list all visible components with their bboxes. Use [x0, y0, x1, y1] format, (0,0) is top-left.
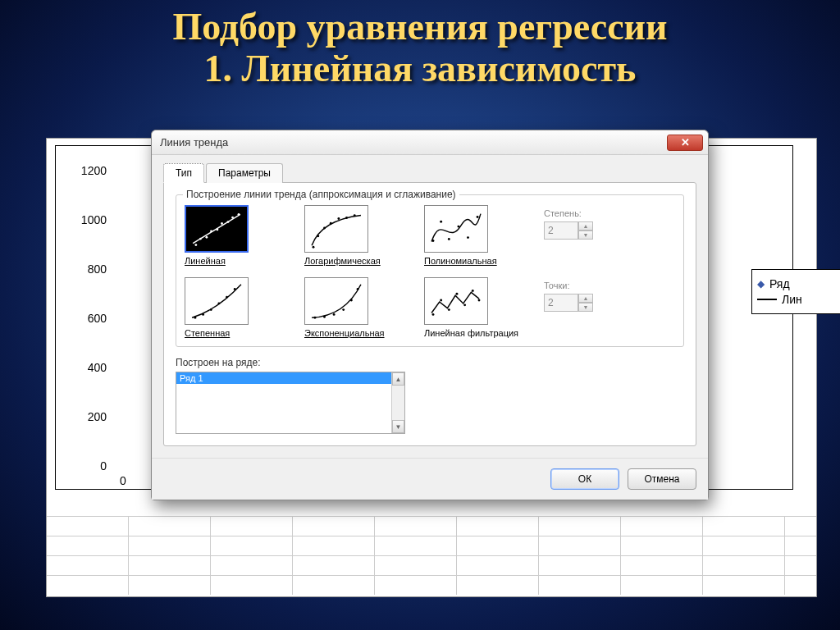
svg-point-3 [199, 238, 202, 240]
y-tick: 800 [88, 262, 107, 276]
points-spinbox[interactable]: ▲ ▼ [544, 294, 596, 312]
svg-point-6 [217, 229, 219, 231]
degree-param: Степень: ▲ ▼ [544, 205, 675, 240]
tab-panel-type: Построение линии тренда (аппроксимация и… [163, 182, 696, 446]
scroll-down-icon[interactable]: ▼ [392, 420, 404, 433]
svg-point-21 [457, 226, 459, 228]
trendline-dialog: Линия тренда ✕ Тип Параметры Построение … [151, 130, 709, 500]
spin-up-icon[interactable]: ▲ [578, 294, 593, 303]
svg-point-41 [472, 290, 474, 292]
svg-point-35 [357, 288, 359, 290]
svg-point-18 [432, 240, 435, 242]
degree-label: Степень: [544, 208, 675, 218]
svg-point-39 [456, 293, 459, 295]
tab-type[interactable]: Тип [163, 163, 204, 183]
legend-trend-label: Лин [782, 293, 802, 306]
points-input[interactable] [544, 294, 578, 312]
exp-trend-icon[interactable] [304, 277, 368, 325]
trend-option-linear[interactable]: Линейная [185, 205, 281, 266]
scroll-up-icon[interactable]: ▲ [392, 372, 404, 386]
trend-option-poly[interactable]: Полиномиальная [424, 205, 521, 266]
spin-down-icon[interactable]: ▼ [578, 303, 593, 312]
legend-trend-item: Лин [757, 293, 836, 306]
slide-title: Подбор уравнения регрессии 1. Линейная з… [0, 0, 840, 89]
svg-point-33 [342, 308, 345, 311]
svg-point-31 [323, 316, 326, 318]
svg-point-34 [350, 299, 353, 302]
chart-legend: ◆ Ряд Лин [751, 269, 840, 314]
svg-point-16 [345, 217, 348, 219]
diamond-icon: ◆ [757, 278, 765, 290]
dialog-button-bar: ОК Отмена [152, 458, 708, 500]
close-button[interactable]: ✕ [667, 135, 703, 151]
spin-down-icon[interactable]: ▼ [578, 231, 593, 240]
linear-trend-icon[interactable] [185, 205, 249, 253]
svg-point-14 [330, 222, 332, 225]
ok-button[interactable]: ОК [550, 468, 619, 490]
svg-point-23 [477, 216, 479, 218]
line-icon [757, 299, 777, 300]
poly-trend-icon[interactable] [424, 205, 488, 253]
svg-point-5 [210, 230, 212, 232]
svg-point-30 [313, 317, 316, 319]
degree-spinbox[interactable]: ▲ ▼ [544, 221, 596, 240]
trend-label: Линейная [185, 256, 281, 266]
svg-point-24 [194, 317, 196, 319]
svg-point-2 [194, 244, 197, 246]
log-trend-icon[interactable] [304, 205, 368, 253]
y-tick: 1000 [81, 213, 107, 226]
svg-point-10 [238, 213, 240, 216]
svg-point-36 [432, 313, 435, 316]
trend-option-power[interactable]: Степенная [185, 277, 281, 338]
svg-point-25 [202, 313, 204, 316]
slide-title-line1: Подбор уравнения регрессии [0, 7, 840, 48]
series-listbox[interactable]: Ряд 1 ▲ ▼ [176, 372, 405, 434]
legend-series-label: Ряд [769, 277, 790, 290]
svg-point-27 [217, 302, 220, 304]
y-tick: 600 [88, 312, 107, 325]
svg-point-32 [333, 313, 336, 316]
tab-params[interactable]: Параметры [206, 163, 283, 183]
svg-point-17 [354, 214, 356, 217]
svg-point-20 [448, 238, 450, 240]
series-section: Построен на ряде: Ряд 1 ▲ ▼ [176, 357, 684, 434]
svg-point-42 [478, 299, 481, 302]
trend-option-movavg[interactable]: Линейная фильтрация [424, 277, 521, 338]
legend-series-item: ◆ Ряд [757, 277, 836, 290]
trend-option-log[interactable]: Логарифмическая [304, 205, 401, 266]
svg-point-9 [231, 217, 234, 219]
dialog-titlebar[interactable]: Линия тренда ✕ [152, 130, 708, 155]
series-item-selected[interactable]: Ряд 1 [176, 372, 404, 384]
power-trend-icon[interactable] [185, 277, 249, 325]
points-label: Точки: [544, 281, 675, 290]
svg-point-22 [467, 236, 469, 239]
trend-label: Степенная [185, 328, 281, 338]
movavg-trend-icon[interactable] [424, 277, 488, 325]
dialog-title: Линия тренда [160, 136, 228, 148]
spin-up-icon[interactable]: ▲ [578, 221, 593, 231]
cancel-button[interactable]: Отмена [628, 468, 696, 490]
svg-point-38 [448, 308, 450, 311]
svg-point-7 [221, 222, 223, 225]
scrollbar[interactable]: ▲ ▼ [391, 372, 404, 433]
y-tick: 1200 [81, 164, 107, 177]
trend-option-exp[interactable]: Экспоненциальная [304, 277, 401, 338]
chart-y-axis: 0 200 400 600 800 1000 1200 [56, 146, 113, 489]
spreadsheet-grid [47, 516, 816, 595]
svg-point-15 [337, 217, 340, 220]
y-tick: 400 [88, 361, 107, 374]
fieldset-label: Построение линии тренда (аппроксимация и… [183, 189, 459, 200]
degree-input[interactable] [544, 221, 578, 240]
svg-point-13 [323, 227, 326, 230]
svg-point-29 [234, 288, 236, 290]
trend-type-fieldset: Построение линии тренда (аппроксимация и… [176, 194, 684, 347]
trend-label: Полиномиальная [424, 256, 521, 266]
svg-point-12 [317, 235, 319, 237]
svg-point-19 [440, 221, 442, 223]
svg-point-8 [227, 221, 230, 223]
trend-label: Линейная фильтрация [424, 328, 521, 338]
x-tick: 0 [120, 474, 126, 487]
dialog-tabs: Тип Параметры [163, 163, 696, 183]
y-tick: 0 [100, 459, 107, 472]
svg-point-28 [226, 296, 228, 299]
